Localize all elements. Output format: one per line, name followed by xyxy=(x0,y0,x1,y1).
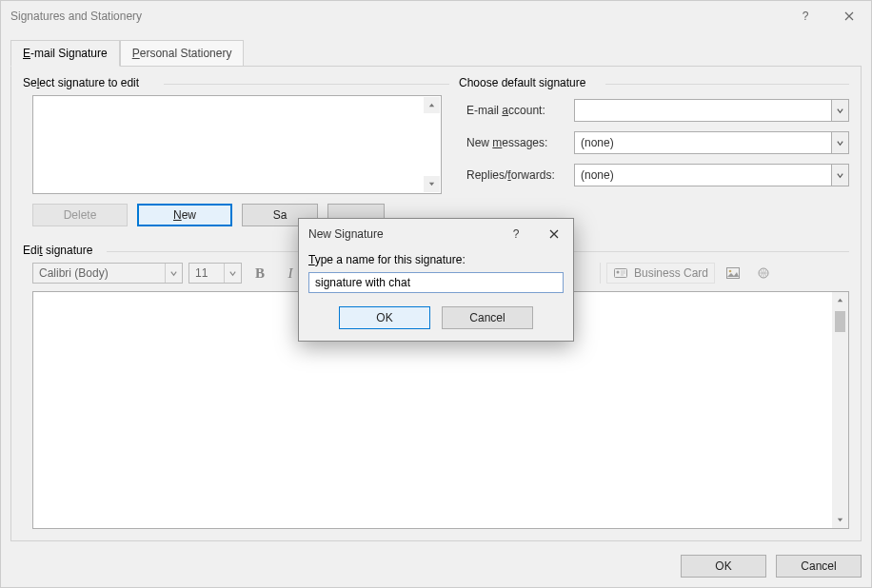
modal-prompt: Type a name for this signature: xyxy=(308,253,564,266)
new-signature-dialog: New Signature ? Type a name for this sig… xyxy=(298,218,574,342)
svg-text:?: ? xyxy=(513,227,520,241)
modal-titlebar: New Signature ? xyxy=(299,219,573,249)
modal-help-button[interactable]: ? xyxy=(497,219,535,249)
tab-email-signature[interactable]: E-mail Signature xyxy=(10,40,120,67)
modal-cancel-button[interactable]: Cancel xyxy=(442,306,533,329)
modal-close-button[interactable] xyxy=(535,219,573,249)
signatures-stationery-dialog: Signatures and Stationery ? E-mail Signa… xyxy=(0,0,872,588)
signature-name-input[interactable] xyxy=(308,272,564,293)
modal-overlay: New Signature ? Type a name for this sig… xyxy=(1,1,871,587)
modal-title: New Signature xyxy=(308,227,497,241)
modal-ok-button[interactable]: OK xyxy=(339,306,430,329)
